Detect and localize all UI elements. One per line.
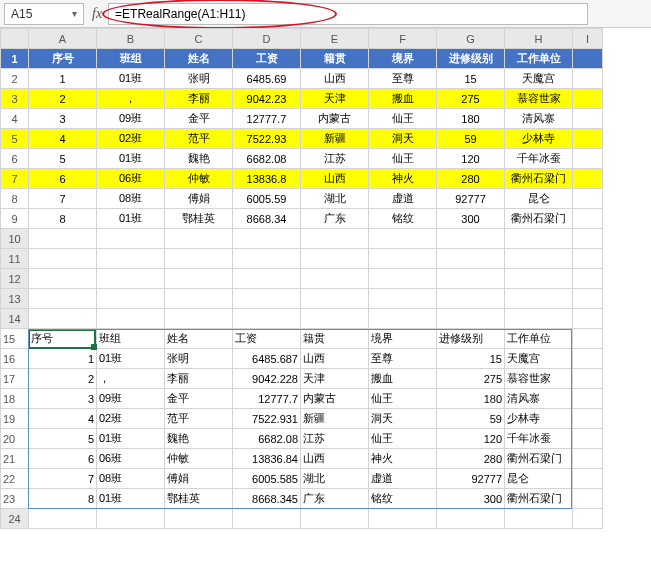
cell[interactable]: 6005.59 xyxy=(233,189,301,209)
table-row[interactable]: 5402班范平7522.93新疆洞天59少林寺 xyxy=(1,129,603,149)
table-row[interactable]: 2101班张明6485.69山西至尊15天魔宫 xyxy=(1,69,603,89)
cell[interactable]: 衢州石梁门 xyxy=(505,169,573,189)
cell[interactable] xyxy=(29,229,97,249)
cell[interactable]: 仲敏 xyxy=(165,449,233,469)
cell[interactable] xyxy=(97,289,165,309)
cell[interactable] xyxy=(573,449,603,469)
table-row[interactable]: 8708班傅娟6005.59湖北虚道92777昆仑 xyxy=(1,189,603,209)
cell[interactable] xyxy=(573,329,603,349)
cell[interactable]: 6682.08 xyxy=(233,429,301,449)
row-header[interactable]: 1 xyxy=(1,49,29,69)
cell[interactable]: 92777 xyxy=(437,189,505,209)
cell[interactable] xyxy=(573,289,603,309)
cell[interactable]: 01班 xyxy=(97,209,165,229)
cell[interactable]: 山西 xyxy=(301,69,369,89)
cell[interactable]: 7522.931 xyxy=(233,409,301,429)
cell[interactable] xyxy=(233,309,301,329)
cell[interactable] xyxy=(165,269,233,289)
row-header[interactable]: 19 xyxy=(1,409,29,429)
cell[interactable]: 山西 xyxy=(301,449,369,469)
cell[interactable]: 李丽 xyxy=(165,369,233,389)
cell[interactable]: 7 xyxy=(29,189,97,209)
cell[interactable] xyxy=(573,489,603,509)
cell[interactable] xyxy=(369,289,437,309)
cell[interactable]: 2 xyxy=(29,369,97,389)
col-header[interactable]: F xyxy=(369,29,437,49)
cell[interactable] xyxy=(301,249,369,269)
column-header-row[interactable]: A B C D E F G H I xyxy=(1,29,603,49)
cell[interactable] xyxy=(573,509,603,529)
cell[interactable]: 江苏 xyxy=(301,149,369,169)
cell[interactable]: 籍贯 xyxy=(301,329,369,349)
cell[interactable]: 3 xyxy=(29,109,97,129)
cell[interactable]: 序号 xyxy=(29,329,97,349)
cell[interactable]: 13836.8 xyxy=(233,169,301,189)
table-row[interactable]: 1 序号 班组 姓名 工资 籍贯 境界 进修级别 工作单位 xyxy=(1,49,603,69)
table-row[interactable]: 16101班张明6485.687山西至尊15天魔宫 xyxy=(1,349,603,369)
cell[interactable] xyxy=(573,349,603,369)
cell[interactable]: 千年冰蚕 xyxy=(505,149,573,169)
cell[interactable]: 至尊 xyxy=(369,69,437,89)
col-header[interactable]: I xyxy=(573,29,603,49)
cell[interactable]: 9042.23 xyxy=(233,89,301,109)
cell[interactable]: 少林寺 xyxy=(505,129,573,149)
cell[interactable]: 千年冰蚕 xyxy=(505,429,573,449)
cell[interactable]: 魏艳 xyxy=(165,429,233,449)
cell[interactable]: 搬血 xyxy=(369,369,437,389)
cell[interactable]: 范平 xyxy=(165,409,233,429)
cell[interactable] xyxy=(437,309,505,329)
cell[interactable]: 班组 xyxy=(97,49,165,69)
cell[interactable]: 广东 xyxy=(301,209,369,229)
row-header[interactable]: 18 xyxy=(1,389,29,409)
cell[interactable] xyxy=(573,469,603,489)
col-header[interactable]: A xyxy=(29,29,97,49)
cell[interactable]: 内蒙古 xyxy=(301,389,369,409)
cell[interactable]: 湖北 xyxy=(301,469,369,489)
cell[interactable]: 仙王 xyxy=(369,109,437,129)
col-header[interactable]: C xyxy=(165,29,233,49)
cell[interactable] xyxy=(165,249,233,269)
cell[interactable] xyxy=(165,509,233,529)
table-row[interactable]: 15序号班组姓名工资籍贯境界进修级别工作单位 xyxy=(1,329,603,349)
cell[interactable]: 13836.84 xyxy=(233,449,301,469)
cell[interactable]: 09班 xyxy=(97,109,165,129)
cell[interactable]: 清风寨 xyxy=(505,389,573,409)
cell[interactable] xyxy=(573,269,603,289)
cell[interactable]: 01班 xyxy=(97,149,165,169)
cell[interactable]: 工作单位 xyxy=(505,49,573,69)
cell[interactable]: 仙王 xyxy=(369,389,437,409)
col-header[interactable]: G xyxy=(437,29,505,49)
cell[interactable]: 神火 xyxy=(369,169,437,189)
cell[interactable] xyxy=(233,269,301,289)
cell[interactable]: 鄂桂英 xyxy=(165,209,233,229)
cell[interactable] xyxy=(29,509,97,529)
cell[interactable]: 8 xyxy=(29,209,97,229)
cell[interactable] xyxy=(29,309,97,329)
cell[interactable] xyxy=(573,109,603,129)
cell[interactable]: 铭纹 xyxy=(369,489,437,509)
row-header[interactable]: 15 xyxy=(1,329,29,349)
cell[interactable]: 180 xyxy=(437,389,505,409)
cell[interactable]: 山西 xyxy=(301,169,369,189)
cell[interactable] xyxy=(505,249,573,269)
cell[interactable]: 张明 xyxy=(165,349,233,369)
cell[interactable] xyxy=(573,209,603,229)
cell[interactable]: 衢州石梁门 xyxy=(505,209,573,229)
cell[interactable]: 衢州石梁门 xyxy=(505,449,573,469)
cell[interactable]: 境界 xyxy=(369,49,437,69)
row-header[interactable]: 10 xyxy=(1,229,29,249)
cell[interactable]: 仲敏 xyxy=(165,169,233,189)
cell[interactable] xyxy=(233,229,301,249)
cell[interactable] xyxy=(369,269,437,289)
cell[interactable]: 6 xyxy=(29,169,97,189)
row-header[interactable]: 11 xyxy=(1,249,29,269)
cell[interactable] xyxy=(29,269,97,289)
cell[interactable] xyxy=(29,289,97,309)
cell[interactable] xyxy=(573,229,603,249)
cell[interactable] xyxy=(97,249,165,269)
row-header[interactable]: 7 xyxy=(1,169,29,189)
cell[interactable]: 5 xyxy=(29,149,97,169)
cell[interactable]: 天魔宫 xyxy=(505,69,573,89)
cell[interactable]: ， xyxy=(97,89,165,109)
cell[interactable]: 01班 xyxy=(97,429,165,449)
